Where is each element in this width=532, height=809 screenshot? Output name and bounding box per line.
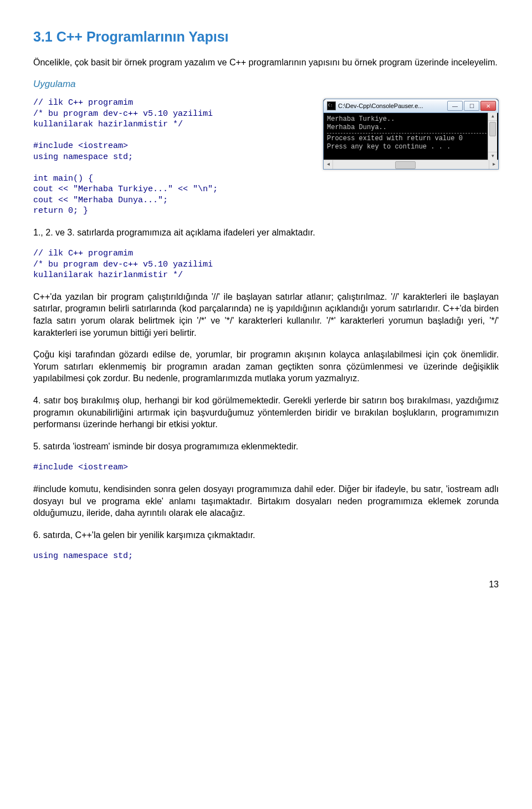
paragraph: C++'da yazılan bir program çalıştırıldığ… [33, 291, 499, 339]
code-block-2: // ilk C++ programim /* bu program dev-c… [33, 248, 499, 281]
paragraph: 5. satırda 'iostream' isminde bir dosya … [33, 441, 499, 453]
scroll-track[interactable] [333, 160, 489, 169]
scroll-left-icon[interactable]: ◂ [324, 160, 333, 169]
maximize-button[interactable]: ☐ [464, 101, 479, 111]
scroll-down-icon[interactable]: ▾ [488, 152, 497, 160]
code-block-4: using namespace std; [33, 551, 499, 562]
close-button[interactable]: ✕ [480, 101, 496, 111]
terminal-divider [327, 133, 495, 134]
window-title: C:\Dev-Cpp\ConsolePauser.e... [338, 102, 447, 110]
horizontal-scrollbar[interactable]: ◂ ▸ [324, 160, 498, 169]
scroll-up-icon[interactable]: ▴ [488, 112, 497, 121]
code-block-3: #include <iostream> [33, 462, 499, 473]
console-icon [327, 101, 336, 110]
example-label: Uygulama [33, 78, 499, 91]
terminal-output: Merhaba Turkiye.. Merhaba Dunya.. Proces… [324, 113, 498, 160]
intro-paragraph: Öncelikle, çok basit bir örnek program y… [33, 57, 499, 69]
code-and-console-row: // ilk C++ programim /* bu program dev-c… [33, 98, 499, 227]
paragraph: 1., 2. ve 3. satırlarda programımıza ait… [33, 227, 499, 239]
terminal-line: Merhaba Dunya.. [327, 124, 495, 132]
code-block-1: // ilk C++ programim /* bu program dev-c… [33, 98, 318, 217]
paragraph: 4. satır boş bırakılmış olup, herhangi b… [33, 395, 499, 431]
terminal-line: Press any key to continue . . . [327, 143, 495, 151]
minimize-button[interactable]: — [447, 101, 463, 111]
vertical-scrollbar[interactable]: ▴ ▾ [488, 112, 497, 160]
titlebar: C:\Dev-Cpp\ConsolePauser.e... — ☐ ✕ [324, 99, 498, 113]
scroll-track[interactable] [488, 121, 497, 152]
paragraph: #include komutu, kendisinden sonra gelen… [33, 483, 499, 519]
terminal-line: Process exited with return value 0 [327, 135, 495, 143]
scroll-right-icon[interactable]: ▸ [489, 160, 498, 169]
scroll-thumb[interactable] [489, 122, 496, 136]
terminal-line: Merhaba Turkiye.. [327, 115, 495, 124]
paragraph: 6. satırda, C++'la gelen bir yenilik kar… [33, 529, 499, 541]
page-number: 13 [33, 578, 499, 591]
section-heading: 3.1 C++ Programlarının Yapısı [33, 28, 499, 47]
console-window: C:\Dev-Cpp\ConsolePauser.e... — ☐ ✕ Merh… [323, 99, 499, 170]
paragraph: Çoğu kişi tarafından gözardı edilse de, … [33, 349, 499, 385]
scroll-thumb[interactable] [395, 161, 416, 169]
